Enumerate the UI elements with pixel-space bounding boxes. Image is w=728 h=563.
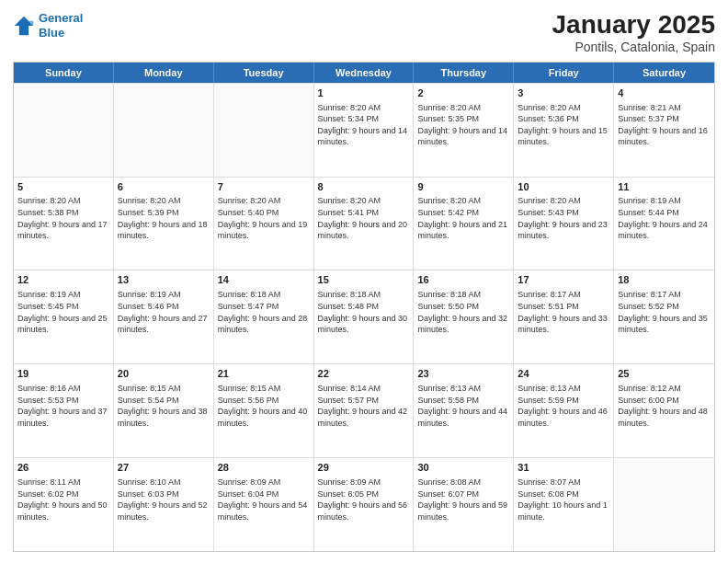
calendar-cell: 28Sunrise: 8:09 AMSunset: 6:04 PMDayligh… — [214, 458, 314, 551]
logo-text: General Blue — [39, 11, 83, 40]
day-number: 30 — [417, 461, 509, 475]
calendar-cell: 25Sunrise: 8:12 AMSunset: 6:00 PMDayligh… — [614, 364, 714, 457]
day-number: 31 — [518, 461, 609, 475]
day-detail: Sunrise: 8:20 AMSunset: 5:39 PMDaylight:… — [118, 195, 210, 241]
calendar-cell — [14, 84, 114, 177]
day-detail: Sunrise: 8:18 AMSunset: 5:47 PMDaylight:… — [218, 289, 310, 335]
day-detail: Sunrise: 8:19 AMSunset: 5:46 PMDaylight:… — [118, 289, 210, 335]
day-detail: Sunrise: 8:16 AMSunset: 5:53 PMDaylight:… — [17, 383, 109, 429]
calendar-day-header: Thursday — [414, 63, 514, 83]
page-title: January 2025 — [552, 11, 715, 40]
calendar-row: 12Sunrise: 8:19 AMSunset: 5:45 PMDayligh… — [14, 270, 714, 363]
day-number: 1 — [318, 86, 410, 100]
day-number: 29 — [318, 461, 410, 475]
calendar-cell: 27Sunrise: 8:10 AMSunset: 6:03 PMDayligh… — [114, 458, 214, 551]
day-detail: Sunrise: 8:13 AMSunset: 5:58 PMDaylight:… — [417, 383, 509, 429]
day-number: 2 — [417, 86, 509, 100]
day-detail: Sunrise: 8:20 AMSunset: 5:41 PMDaylight:… — [318, 195, 410, 241]
day-detail: Sunrise: 8:17 AMSunset: 5:51 PMDaylight:… — [518, 289, 609, 335]
page: General Blue January 2025 Pontils, Catal… — [0, 0, 728, 563]
calendar-cell: 19Sunrise: 8:16 AMSunset: 5:53 PMDayligh… — [14, 364, 114, 457]
logo-icon — [13, 15, 35, 37]
day-number: 22 — [318, 367, 410, 381]
day-detail: Sunrise: 8:20 AMSunset: 5:35 PMDaylight:… — [417, 102, 509, 148]
day-number: 5 — [17, 180, 109, 194]
day-number: 16 — [417, 273, 509, 287]
calendar-cell: 9Sunrise: 8:20 AMSunset: 5:42 PMDaylight… — [414, 178, 514, 270]
day-number: 4 — [618, 86, 711, 100]
day-number: 14 — [218, 273, 310, 287]
day-number: 7 — [218, 180, 310, 194]
logo: General Blue — [13, 11, 83, 40]
svg-marker-0 — [15, 16, 34, 35]
day-detail: Sunrise: 8:14 AMSunset: 5:57 PMDaylight:… — [318, 383, 410, 429]
day-number: 28 — [218, 461, 310, 475]
day-number: 17 — [518, 273, 609, 287]
calendar-cell: 8Sunrise: 8:20 AMSunset: 5:41 PMDaylight… — [314, 178, 415, 270]
day-detail: Sunrise: 8:21 AMSunset: 5:37 PMDaylight:… — [618, 102, 711, 148]
day-number: 21 — [218, 367, 310, 381]
day-detail: Sunrise: 8:18 AMSunset: 5:48 PMDaylight:… — [318, 289, 410, 335]
day-number: 6 — [118, 180, 210, 194]
day-detail: Sunrise: 8:13 AMSunset: 5:59 PMDaylight:… — [518, 383, 609, 429]
day-number: 15 — [318, 273, 410, 287]
calendar-cell: 17Sunrise: 8:17 AMSunset: 5:51 PMDayligh… — [514, 270, 614, 363]
calendar-day-header: Wednesday — [314, 63, 415, 83]
calendar-day-header: Tuesday — [214, 63, 314, 83]
calendar-row: 1Sunrise: 8:20 AMSunset: 5:34 PMDaylight… — [14, 83, 714, 177]
day-number: 18 — [618, 273, 711, 287]
day-detail: Sunrise: 8:20 AMSunset: 5:34 PMDaylight:… — [318, 102, 410, 148]
day-number: 25 — [618, 367, 711, 381]
calendar-row: 5Sunrise: 8:20 AMSunset: 5:38 PMDaylight… — [14, 177, 714, 270]
day-number: 10 — [518, 180, 609, 194]
calendar-row: 26Sunrise: 8:11 AMSunset: 6:02 PMDayligh… — [14, 457, 714, 551]
calendar-body: 1Sunrise: 8:20 AMSunset: 5:34 PMDaylight… — [14, 83, 714, 551]
calendar-day-header: Saturday — [614, 63, 714, 83]
calendar-cell: 30Sunrise: 8:08 AMSunset: 6:07 PMDayligh… — [414, 458, 514, 551]
day-number: 13 — [118, 273, 210, 287]
day-number: 27 — [118, 461, 210, 475]
day-detail: Sunrise: 8:15 AMSunset: 5:54 PMDaylight:… — [118, 383, 210, 429]
day-detail: Sunrise: 8:20 AMSunset: 5:38 PMDaylight:… — [17, 195, 109, 241]
calendar-cell: 18Sunrise: 8:17 AMSunset: 5:52 PMDayligh… — [614, 270, 714, 363]
calendar-row: 19Sunrise: 8:16 AMSunset: 5:53 PMDayligh… — [14, 363, 714, 457]
calendar-day-header: Friday — [514, 63, 614, 83]
calendar-cell: 4Sunrise: 8:21 AMSunset: 5:37 PMDaylight… — [614, 84, 714, 177]
calendar-cell: 21Sunrise: 8:15 AMSunset: 5:56 PMDayligh… — [214, 364, 314, 457]
calendar-cell: 13Sunrise: 8:19 AMSunset: 5:46 PMDayligh… — [114, 270, 214, 363]
day-detail: Sunrise: 8:09 AMSunset: 6:04 PMDaylight:… — [218, 477, 310, 523]
title-block: January 2025 Pontils, Catalonia, Spain — [552, 11, 715, 54]
day-number: 24 — [518, 367, 609, 381]
day-number: 19 — [17, 367, 109, 381]
calendar-cell: 5Sunrise: 8:20 AMSunset: 5:38 PMDaylight… — [14, 178, 114, 270]
calendar-cell: 2Sunrise: 8:20 AMSunset: 5:35 PMDaylight… — [414, 84, 514, 177]
day-detail: Sunrise: 8:20 AMSunset: 5:43 PMDaylight:… — [518, 195, 609, 241]
day-detail: Sunrise: 8:10 AMSunset: 6:03 PMDaylight:… — [118, 477, 210, 523]
day-number: 11 — [618, 180, 711, 194]
calendar-cell: 14Sunrise: 8:18 AMSunset: 5:47 PMDayligh… — [214, 270, 314, 363]
calendar-cell: 23Sunrise: 8:13 AMSunset: 5:58 PMDayligh… — [414, 364, 514, 457]
day-number: 23 — [417, 367, 509, 381]
day-number: 3 — [518, 86, 609, 100]
calendar-cell — [214, 84, 314, 177]
calendar-cell: 20Sunrise: 8:15 AMSunset: 5:54 PMDayligh… — [114, 364, 214, 457]
calendar-cell: 7Sunrise: 8:20 AMSunset: 5:40 PMDaylight… — [214, 178, 314, 270]
day-number: 8 — [318, 180, 410, 194]
day-detail: Sunrise: 8:18 AMSunset: 5:50 PMDaylight:… — [417, 289, 509, 335]
day-detail: Sunrise: 8:20 AMSunset: 5:40 PMDaylight:… — [218, 195, 310, 241]
calendar-cell — [614, 458, 714, 551]
day-detail: Sunrise: 8:08 AMSunset: 6:07 PMDaylight:… — [417, 477, 509, 523]
day-number: 20 — [118, 367, 210, 381]
calendar-cell: 10Sunrise: 8:20 AMSunset: 5:43 PMDayligh… — [514, 178, 614, 270]
calendar-cell: 16Sunrise: 8:18 AMSunset: 5:50 PMDayligh… — [414, 270, 514, 363]
calendar-cell: 26Sunrise: 8:11 AMSunset: 6:02 PMDayligh… — [14, 458, 114, 551]
calendar-cell: 6Sunrise: 8:20 AMSunset: 5:39 PMDaylight… — [114, 178, 214, 270]
calendar-cell: 11Sunrise: 8:19 AMSunset: 5:44 PMDayligh… — [614, 178, 714, 270]
page-subtitle: Pontils, Catalonia, Spain — [552, 40, 715, 54]
day-detail: Sunrise: 8:20 AMSunset: 5:42 PMDaylight:… — [417, 195, 509, 241]
day-number: 9 — [417, 180, 509, 194]
day-detail: Sunrise: 8:17 AMSunset: 5:52 PMDaylight:… — [618, 289, 711, 335]
calendar-day-header: Monday — [114, 63, 214, 83]
calendar-cell: 22Sunrise: 8:14 AMSunset: 5:57 PMDayligh… — [314, 364, 415, 457]
calendar-cell — [114, 84, 214, 177]
